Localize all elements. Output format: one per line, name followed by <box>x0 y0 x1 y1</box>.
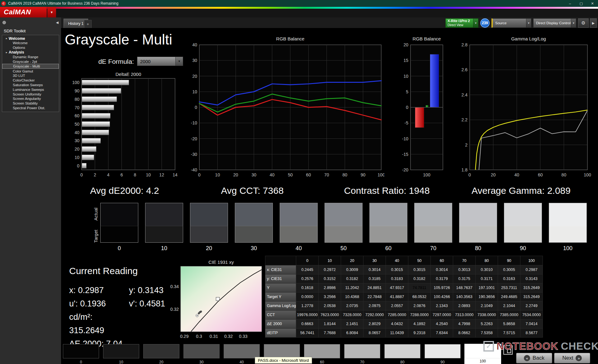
expand-arrow-icon: ▸ <box>6 51 7 54</box>
table-cell: 0.3182 <box>408 274 431 283</box>
close-button[interactable]: ✕ <box>587 0 598 7</box>
table-col-header: 50 <box>408 256 431 265</box>
grayscale-swatch-60: 60 <box>369 203 407 252</box>
record-icon[interactable] <box>2 21 6 24</box>
table-cell: 6.8084 <box>341 329 363 338</box>
de-formula-dropdown[interactable]: 2000 ▼ <box>137 57 183 66</box>
grayscale-swatch-100: 100 <box>549 203 587 252</box>
swatch-level-label: 10 <box>145 245 183 252</box>
sidebar-item-3d-lut[interactable]: 3D LUT <box>2 73 59 78</box>
svg-text:70: 70 <box>324 172 329 177</box>
svg-text:20: 20 <box>491 172 496 177</box>
sidebar-item-screen-stability[interactable]: Screen Stability <box>2 101 59 106</box>
sidebar-item-saturation-sweeps[interactable]: Saturation Sweeps <box>2 83 59 87</box>
meter-mode: Direct View <box>448 23 473 27</box>
grayscale-swatch-0: 0 <box>100 203 138 252</box>
table-cell: 7.5358 <box>476 329 498 338</box>
table-row: dEITP56.74417.76886.80848.065711.04399.2… <box>265 329 543 338</box>
pattern-button-20[interactable]: 20 <box>143 344 179 364</box>
avg-de2000-stat: Avg dE2000: 4.2 <box>90 185 159 196</box>
table-cell: 0.3009 <box>341 265 363 274</box>
chevron-down-icon: ▼ <box>175 57 183 66</box>
pattern-button-90[interactable]: 90 <box>425 344 461 364</box>
tab-add-button[interactable]: + <box>84 20 92 28</box>
table-col-header: 90 <box>498 256 520 265</box>
table-cell: 7623.0000 <box>319 310 341 320</box>
pattern-button-70[interactable]: 70 <box>344 344 380 364</box>
sidebar-item-options[interactable]: Options <box>2 45 59 50</box>
table-cell: 2.0975 <box>363 301 386 310</box>
rgb-balance-line-chart: RGB Balance403020100-10-20-30-4001020304… <box>186 35 384 182</box>
sidebar-item-color-gamut[interactable]: Color Gamut <box>2 69 59 73</box>
settings-gear-button[interactable]: ⚙ <box>578 18 589 28</box>
sidebar-item-screen-angularity[interactable]: Screen Angularity <box>2 96 59 101</box>
table-row: Gamma Log/Log1.27782.05382.07352.09752.0… <box>265 301 543 310</box>
sidebar-item-dynamic-range[interactable]: Dynamic Range <box>2 55 59 59</box>
chevron-down-icon[interactable]: ▼ <box>571 19 576 27</box>
source-label: Source <box>493 19 526 27</box>
svg-text:15: 15 <box>403 58 408 63</box>
table-cell: 0.1618 <box>296 283 319 292</box>
source-selector[interactable]: Source ▼ <box>491 18 531 28</box>
table-cell: 315.2649 <box>520 292 543 301</box>
sidebar-item-screen-uniformity[interactable]: Screen Uniformity <box>2 92 59 96</box>
chevron-down-icon[interactable]: ▼ <box>473 19 478 27</box>
sidebar-item-grayscale-2pt[interactable]: Grayscale - 2pt <box>2 59 59 64</box>
meter-selector[interactable]: X-Rite i1Pro 2 Direct View ▼ <box>445 18 478 28</box>
table-col-header: 0 <box>296 256 319 265</box>
table-cell: 0.3152 <box>319 274 341 283</box>
de-formula-label: dE Formula: <box>75 58 134 65</box>
svg-text:50: 50 <box>74 122 79 127</box>
svg-text:-15: -15 <box>402 152 408 157</box>
maximize-button[interactable]: ▢ <box>576 0 587 7</box>
svg-text:0.31: 0.31 <box>210 334 218 339</box>
table-cell: 197.1001 <box>476 283 498 292</box>
svg-text:2: 2 <box>465 142 467 147</box>
grayscale-swatch-70: 70 <box>414 203 452 252</box>
reading-x: x: 0.2987 <box>69 284 129 297</box>
table-row-label: x: CIE31 <box>265 265 296 274</box>
rgb-balance-bar-chart: RGB Balance20151050-5-10-15-20100 <box>399 35 445 182</box>
sidebar-item-colorchecker[interactable]: ColorChecker <box>2 78 59 83</box>
table-cell: 190.3656 <box>476 292 498 301</box>
tree-section-analysis[interactable]: ▸Analysis <box>2 50 59 55</box>
table-row: ΔE 20000.66631.81442.14512.80294.04324.1… <box>265 320 543 329</box>
table-col-header: 100 <box>520 256 543 265</box>
table-cell: 1.8144 <box>319 320 341 329</box>
collapse-sidebar-button[interactable]: ◀ <box>56 21 59 25</box>
pattern-button-80[interactable]: 80 <box>384 344 420 364</box>
calman-logo-button[interactable]: CalMAN <box>0 7 47 17</box>
sidebar-item-grayscale-multi[interactable]: Grayscale - Multi <box>2 64 59 69</box>
next-button[interactable]: Next » <box>554 353 590 363</box>
table-cell: 0.3143 <box>520 274 543 283</box>
sidebar-item-welcome[interactable]: Welcome <box>2 41 59 45</box>
pattern-button-0[interactable]: 0 <box>63 344 99 364</box>
svg-text:14: 14 <box>173 172 178 177</box>
table-col-header: 60 <box>431 256 453 265</box>
workflow-advance-button[interactable]: ▶ <box>590 18 597 28</box>
back-button[interactable]: « Back <box>516 353 552 363</box>
table-row: x: CIE310.24450.29720.30090.30140.30150.… <box>265 265 543 274</box>
reading-v: v': 0.4581 <box>129 297 165 310</box>
table-cell: 8.0662 <box>453 329 476 338</box>
tree-section-welcome[interactable]: ▸Welcome <box>2 36 59 41</box>
table-cell: 2.1049 <box>476 301 498 310</box>
table-col-header: 10 <box>319 256 341 265</box>
table-col-header: 80 <box>476 256 498 265</box>
minimize-button[interactable]: – <box>564 0 576 7</box>
sidebar-item-luminance-sweeps[interactable]: Luminance Sweeps <box>2 87 59 92</box>
pattern-button-40[interactable]: 40 <box>224 344 260 364</box>
pattern-button-30[interactable]: 30 <box>183 344 220 364</box>
page-title: Grayscale - Multi <box>65 31 172 48</box>
table-cell: 8.5677 <box>520 329 543 338</box>
display-control-selector[interactable]: Direct Display Control ▼ <box>533 18 576 28</box>
table-cell: 3.2566 <box>319 292 341 301</box>
table-cell: 0.3179 <box>431 274 453 283</box>
chevron-down-icon[interactable]: ▼ <box>526 19 531 27</box>
reading-count-badge[interactable]: 239 <box>480 18 490 28</box>
svg-text:40: 40 <box>514 172 519 177</box>
pattern-button-10[interactable]: 10 <box>103 344 139 364</box>
table-row: CCT19976.00007623.00007328.00007292.0000… <box>265 310 543 320</box>
sidebar-item-spectral-power-dist-[interactable]: Spectral Power Dist. <box>2 106 59 110</box>
calman-menu-arrow[interactable]: ▼ <box>47 7 56 17</box>
